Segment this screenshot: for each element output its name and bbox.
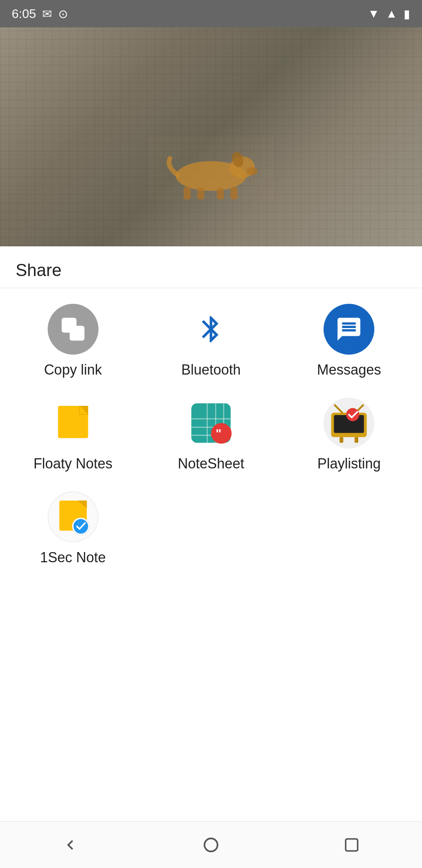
svg-rect-28 xyxy=(340,437,343,443)
status-bar: 6:05 ✉ ⊙ ▼ ▲ ▮ xyxy=(0,0,422,27)
floaty-notes-label: Floaty Notes xyxy=(34,456,113,472)
share-item-bluetooth[interactable]: Bluetooth xyxy=(146,304,276,378)
wifi-icon: ▼ xyxy=(368,7,380,20)
svg-rect-38 xyxy=(346,839,358,851)
svg-point-36 xyxy=(73,519,88,534)
messages-label: Messages xyxy=(317,362,381,378)
sync-icon: ⊙ xyxy=(58,7,68,21)
signal-icon: ▲ xyxy=(386,7,397,20)
svg-rect-13 xyxy=(58,406,88,438)
share-title: Share xyxy=(0,246,422,288)
1sec-note-icon xyxy=(48,491,98,542)
share-item-floaty-notes[interactable]: Floaty Notes xyxy=(8,398,138,472)
svg-rect-9 xyxy=(148,137,274,199)
notesheet-icon: " xyxy=(186,398,236,448)
messages-icon xyxy=(324,304,374,355)
floaty-notes-icon xyxy=(48,398,98,448)
svg-line-30 xyxy=(335,405,342,412)
share-panel: Share Copy link Bluetooth xyxy=(0,246,422,821)
status-left: 6:05 ✉ ⊙ xyxy=(12,7,68,21)
status-right: ▼ ▲ ▮ xyxy=(368,7,410,21)
nav-bar xyxy=(0,821,422,868)
battery-icon: ▮ xyxy=(404,7,410,21)
time: 6:05 xyxy=(12,7,36,21)
copy-link-label: Copy link xyxy=(44,362,102,378)
share-item-copy-link[interactable]: Copy link xyxy=(8,304,138,378)
notesheet-label: NoteSheet xyxy=(178,456,244,472)
hero-image xyxy=(0,27,422,246)
svg-rect-11 xyxy=(61,318,76,333)
svg-point-37 xyxy=(204,838,217,851)
share-grid: Copy link Bluetooth Messages xyxy=(0,288,422,581)
email-icon: ✉ xyxy=(42,7,52,21)
playlisting-icon xyxy=(324,398,374,448)
bluetooth-label: Bluetooth xyxy=(181,362,241,378)
copy-link-icon xyxy=(48,304,98,355)
1sec-note-label: 1Sec Note xyxy=(40,549,106,566)
dog-silhouette xyxy=(148,137,274,199)
bluetooth-icon xyxy=(186,304,236,355)
recent-button[interactable] xyxy=(336,829,367,861)
svg-text:": " xyxy=(216,427,222,441)
share-item-notesheet[interactable]: " NoteSheet xyxy=(146,398,276,472)
share-item-messages[interactable]: Messages xyxy=(284,304,414,378)
svg-rect-29 xyxy=(355,437,359,443)
back-button[interactable] xyxy=(55,829,86,861)
share-item-playlisting[interactable]: Playlisting xyxy=(284,398,414,472)
svg-point-32 xyxy=(346,408,359,421)
mosaic-background xyxy=(0,27,422,246)
home-button[interactable] xyxy=(195,829,227,861)
playlisting-label: Playlisting xyxy=(317,456,381,472)
share-item-1sec-note[interactable]: 1Sec Note xyxy=(8,491,138,566)
